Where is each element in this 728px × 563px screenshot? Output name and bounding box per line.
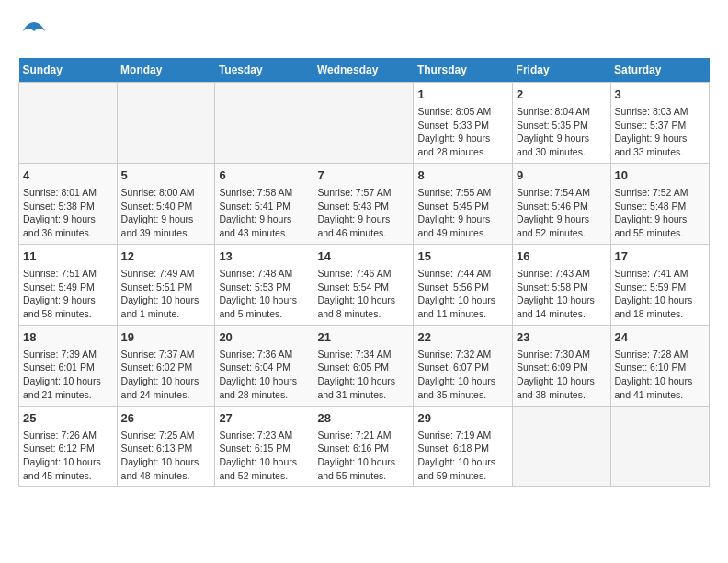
calendar-cell: 8Sunrise: 7:55 AM Sunset: 5:45 PM Daylig… [414,163,513,244]
calendar-cell: 4Sunrise: 8:01 AM Sunset: 5:38 PM Daylig… [19,163,118,244]
day-number: 16 [517,248,606,265]
calendar-cell [513,406,610,487]
day-number: 5 [121,167,211,184]
calendar-cell: 24Sunrise: 7:28 AM Sunset: 6:10 PM Dayli… [610,325,709,406]
day-number: 22 [417,329,508,346]
day-info: Sunrise: 7:26 AM Sunset: 6:12 PM Dayligh… [23,429,113,483]
calendar-cell: 20Sunrise: 7:36 AM Sunset: 6:04 PM Dayli… [215,325,313,406]
day-number: 15 [417,248,508,265]
col-header-tuesday: Tuesday [215,58,313,83]
day-info: Sunrise: 7:37 AM Sunset: 6:02 PM Dayligh… [121,348,211,402]
col-header-thursday: Thursday [414,58,513,83]
calendar-cell: 11Sunrise: 7:51 AM Sunset: 5:49 PM Dayli… [19,244,118,325]
day-number: 10 [615,167,705,184]
calendar-cell: 9Sunrise: 7:54 AM Sunset: 5:46 PM Daylig… [513,163,610,244]
day-number: 26 [121,410,211,427]
day-info: Sunrise: 7:39 AM Sunset: 6:01 PM Dayligh… [23,348,113,402]
day-number: 29 [417,410,508,427]
day-info: Sunrise: 7:51 AM Sunset: 5:49 PM Dayligh… [23,267,113,321]
day-number: 8 [417,167,508,184]
calendar-cell [610,406,709,487]
day-number: 25 [23,410,113,427]
week-row-2: 4Sunrise: 8:01 AM Sunset: 5:38 PM Daylig… [19,163,710,244]
day-info: Sunrise: 7:34 AM Sunset: 6:05 PM Dayligh… [317,348,409,402]
day-info: Sunrise: 7:41 AM Sunset: 5:59 PM Dayligh… [615,267,705,321]
day-number: 11 [23,248,113,265]
day-number: 1 [417,86,508,103]
week-row-4: 18Sunrise: 7:39 AM Sunset: 6:01 PM Dayli… [19,325,710,406]
day-info: Sunrise: 7:54 AM Sunset: 5:46 PM Dayligh… [517,186,606,240]
day-number: 24 [615,329,705,346]
day-number: 14 [317,248,409,265]
day-info: Sunrise: 7:28 AM Sunset: 6:10 PM Dayligh… [615,348,705,402]
day-number: 23 [517,329,606,346]
day-info: Sunrise: 7:32 AM Sunset: 6:07 PM Dayligh… [417,348,508,402]
col-header-friday: Friday [513,58,610,83]
day-info: Sunrise: 8:00 AM Sunset: 5:40 PM Dayligh… [121,186,211,240]
day-info: Sunrise: 8:05 AM Sunset: 5:33 PM Dayligh… [417,105,508,159]
calendar-cell: 3Sunrise: 8:03 AM Sunset: 5:37 PM Daylig… [610,82,709,163]
calendar-cell: 19Sunrise: 7:37 AM Sunset: 6:02 PM Dayli… [117,325,215,406]
day-number: 27 [219,410,309,427]
calendar-cell: 7Sunrise: 7:57 AM Sunset: 5:43 PM Daylig… [313,163,414,244]
day-number: 9 [517,167,606,184]
day-info: Sunrise: 8:04 AM Sunset: 5:35 PM Dayligh… [517,105,606,159]
calendar-table: SundayMondayTuesdayWednesdayThursdayFrid… [18,58,710,488]
day-number: 7 [317,167,409,184]
day-info: Sunrise: 7:36 AM Sunset: 6:04 PM Dayligh… [219,348,309,402]
day-number: 2 [517,86,606,103]
day-info: Sunrise: 7:58 AM Sunset: 5:41 PM Dayligh… [219,186,309,240]
calendar-cell: 18Sunrise: 7:39 AM Sunset: 6:01 PM Dayli… [19,325,118,406]
calendar-cell [117,82,215,163]
day-info: Sunrise: 7:57 AM Sunset: 5:43 PM Dayligh… [317,186,409,240]
week-row-1: 1Sunrise: 8:05 AM Sunset: 5:33 PM Daylig… [19,82,710,163]
calendar-cell: 10Sunrise: 7:52 AM Sunset: 5:48 PM Dayli… [610,163,709,244]
calendar-cell: 17Sunrise: 7:41 AM Sunset: 5:59 PM Dayli… [610,244,709,325]
calendar-cell: 21Sunrise: 7:34 AM Sunset: 6:05 PM Dayli… [313,325,414,406]
day-number: 12 [121,248,211,265]
day-number: 19 [121,329,211,346]
calendar-cell: 5Sunrise: 8:00 AM Sunset: 5:40 PM Daylig… [117,163,215,244]
day-number: 20 [219,329,309,346]
day-info: Sunrise: 7:44 AM Sunset: 5:56 PM Dayligh… [417,267,508,321]
calendar-cell: 6Sunrise: 7:58 AM Sunset: 5:41 PM Daylig… [215,163,313,244]
calendar-cell: 26Sunrise: 7:25 AM Sunset: 6:13 PM Dayli… [117,406,215,487]
page-header [18,18,710,49]
calendar-cell: 23Sunrise: 7:30 AM Sunset: 6:09 PM Dayli… [513,325,610,406]
day-number: 3 [615,86,705,103]
day-info: Sunrise: 7:48 AM Sunset: 5:53 PM Dayligh… [219,267,309,321]
day-info: Sunrise: 7:43 AM Sunset: 5:58 PM Dayligh… [517,267,606,321]
day-info: Sunrise: 7:21 AM Sunset: 6:16 PM Dayligh… [317,429,409,483]
calendar-cell: 15Sunrise: 7:44 AM Sunset: 5:56 PM Dayli… [414,244,513,325]
day-info: Sunrise: 8:03 AM Sunset: 5:37 PM Dayligh… [615,105,705,159]
calendar-cell: 14Sunrise: 7:46 AM Sunset: 5:54 PM Dayli… [313,244,414,325]
calendar-cell: 2Sunrise: 8:04 AM Sunset: 5:35 PM Daylig… [513,82,610,163]
col-header-monday: Monday [117,58,215,83]
calendar-cell: 12Sunrise: 7:49 AM Sunset: 5:51 PM Dayli… [117,244,215,325]
calendar-cell: 22Sunrise: 7:32 AM Sunset: 6:07 PM Dayli… [414,325,513,406]
logo-bird-icon [21,18,47,44]
calendar-cell: 27Sunrise: 7:23 AM Sunset: 6:15 PM Dayli… [215,406,313,487]
col-header-sunday: Sunday [19,58,118,83]
calendar-cell [215,82,313,163]
day-info: Sunrise: 7:19 AM Sunset: 6:18 PM Dayligh… [417,429,508,483]
col-header-saturday: Saturday [610,58,709,83]
header-row: SundayMondayTuesdayWednesdayThursdayFrid… [19,58,710,83]
day-info: Sunrise: 7:30 AM Sunset: 6:09 PM Dayligh… [517,348,606,402]
calendar-cell: 16Sunrise: 7:43 AM Sunset: 5:58 PM Dayli… [513,244,610,325]
calendar-cell: 13Sunrise: 7:48 AM Sunset: 5:53 PM Dayli… [215,244,313,325]
day-info: Sunrise: 7:23 AM Sunset: 6:15 PM Dayligh… [219,429,309,483]
day-info: Sunrise: 7:49 AM Sunset: 5:51 PM Dayligh… [121,267,211,321]
day-number: 21 [317,329,409,346]
week-row-5: 25Sunrise: 7:26 AM Sunset: 6:12 PM Dayli… [19,406,710,487]
day-info: Sunrise: 8:01 AM Sunset: 5:38 PM Dayligh… [23,186,113,240]
day-number: 13 [219,248,309,265]
calendar-cell [313,82,414,163]
day-number: 6 [219,167,309,184]
calendar-cell: 25Sunrise: 7:26 AM Sunset: 6:12 PM Dayli… [19,406,118,487]
day-info: Sunrise: 7:46 AM Sunset: 5:54 PM Dayligh… [317,267,409,321]
calendar-cell: 29Sunrise: 7:19 AM Sunset: 6:18 PM Dayli… [414,406,513,487]
day-info: Sunrise: 7:52 AM Sunset: 5:48 PM Dayligh… [615,186,705,240]
day-number: 4 [23,167,113,184]
calendar-cell: 1Sunrise: 8:05 AM Sunset: 5:33 PM Daylig… [414,82,513,163]
